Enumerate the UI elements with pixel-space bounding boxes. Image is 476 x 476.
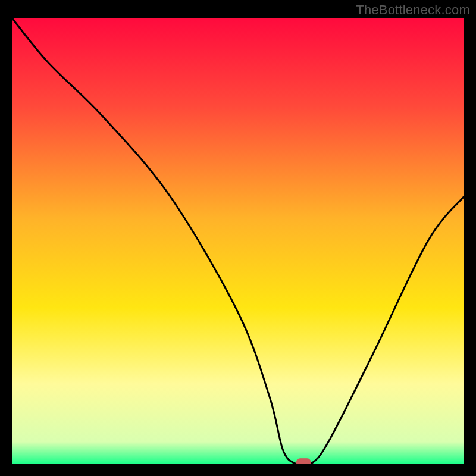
watermark-text: TheBottleneck.com — [356, 2, 470, 18]
gradient-background — [12, 18, 464, 464]
minimum-marker — [296, 459, 311, 464]
chart-frame: TheBottleneck.com — [0, 0, 476, 476]
chart-svg — [12, 18, 464, 464]
plot-area — [12, 18, 464, 464]
